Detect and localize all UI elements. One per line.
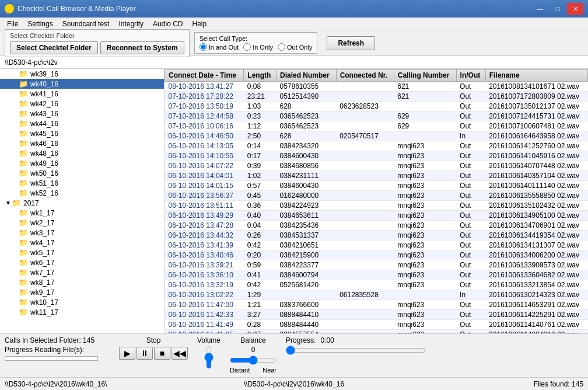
tree-item-wk40_16[interactable]: 📁wk40_16 [0,79,164,89]
calls-label-text: Calls In Selected Folder: 145 [5,336,94,344]
radio-inonly[interactable]: In Only [243,43,273,51]
prev-button[interactable]: ◀◀ [172,347,188,360]
menu-audiocd[interactable]: Audio CD [148,19,187,29]
reconnect-button[interactable]: Reconnect to System [100,41,184,54]
tree-item-wk41_16[interactable]: 📁wk41_16 [0,89,164,99]
volume-slider[interactable] [203,346,215,369]
tree-item-wk4_17[interactable]: 📁wk4_17 [0,238,164,248]
table-row[interactable]: 07-10-2016 10:06:161:120365462523629Out2… [165,121,588,131]
stop-button[interactable]: ■ [154,347,170,360]
tree-item-label: wk9_17 [30,288,54,297]
table-cell-in/out: Out [456,151,485,161]
table-row[interactable]: 06-10-2016 13:47:280:040384235436mnqi623… [165,221,588,231]
menu-soundcard[interactable]: Soundcard test [58,19,114,29]
table-cell-connectednr. [336,161,394,171]
tree-item-wk50_16[interactable]: 📁wk50_16 [0,168,164,178]
table-row[interactable]: 06-10-2016 13:39:210:590384223377mnqi623… [165,260,588,270]
table-cell-length: 0:40 [244,211,276,221]
pause-button[interactable]: ⏸ [136,347,153,360]
table-cell-length: 0:45 [244,191,276,201]
select-folder-button[interactable]: Select Checktel Folder [10,41,98,54]
table-cell-in/out: Out [456,280,485,290]
tree-item-wk9_17[interactable]: 📁wk9_17 [0,287,164,297]
table-row[interactable]: 06-10-2016 14:01:150:570384600430mnqi623… [165,181,588,191]
tree-item-wk5_17[interactable]: 📁wk5_17 [0,248,164,257]
table-row[interactable]: 06-10-2016 13:32:190:420525681420mnqi623… [165,280,588,290]
table-cell-filename: 20161006133604682 02.wav [485,270,587,280]
table-cell-dialednumber: 0384215900 [276,250,337,260]
table-row[interactable]: 06-10-2016 13:51:110:360384224923mnqi623… [165,201,588,211]
window-controls: — □ ✕ [532,3,583,15]
table-row[interactable]: 06-10-2016 13:49:290:400384653611mnqi623… [165,211,588,221]
table-row[interactable]: 06-10-2016 11:42:333:270888484410mnqi623… [165,310,588,320]
refresh-button[interactable]: Refresh [327,36,375,50]
table-row[interactable]: 06-10-2016 14:13:050:140384234320mnqi623… [165,141,588,151]
table-row[interactable]: 06-10-2016 11:47:001:210383766600mnqi623… [165,300,588,310]
table-row[interactable]: 06-10-2016 14:46:502:506280205470517In20… [165,131,588,141]
folder-icon: 📁 [19,69,28,78]
tree-item-wk11_17[interactable]: 📁wk11_17 [0,307,164,317]
menu-integrity[interactable]: Integrity [114,19,148,29]
tree-item-wk45_16[interactable]: 📁wk45_16 [0,128,164,138]
minimize-button[interactable]: — [532,3,548,15]
table-row[interactable]: 06-10-2016 14:04:011:020384231111mnqi623… [165,171,588,181]
table-cell-in/out: Out [456,260,485,270]
radio-inout[interactable]: In and Out [200,43,239,51]
tree-item-wk10_17[interactable]: 📁wk10_17 [0,297,164,307]
table-row[interactable]: 07-10-2016 17:28:2223:210512514390621Out… [165,92,588,102]
table-row[interactable]: 06-10-2016 13:36:100:410384600794mnqi623… [165,270,588,280]
table-row[interactable]: 06-10-2016 11:41:490:280888484440mnqi623… [165,320,588,330]
table-row[interactable]: 06-10-2016 13:44:320:260384531337mnqi623… [165,231,588,241]
table-cell-filename: 20161006114225291 02.wav [485,310,587,320]
menu-file[interactable]: File [2,19,23,29]
tree-item-wk44_16[interactable]: 📁wk44_16 [0,119,164,128]
tree-item-wk52_16[interactable]: 📁wk52_16 [0,188,164,198]
tree-item-wk7_17[interactable]: 📁wk7_17 [0,267,164,277]
tree-item-wk39_16[interactable]: 📁wk39_16 [0,69,164,79]
tree-item-wk48_16[interactable]: 📁wk48_16 [0,148,164,158]
tree-item-wk43_16[interactable]: 📁wk43_16 [0,109,164,119]
tree-item-label: wk39_16 [30,70,58,78]
maximize-button[interactable]: □ [550,3,566,15]
table-row[interactable]: 06-10-2016 13:41:390:420384210651mnqi623… [165,241,588,250]
table-row[interactable]: 06-10-2016 13:02:221:290612835528In20161… [165,290,588,300]
play-button[interactable]: ▶ [119,347,135,360]
table-cell-in/out: Out [456,141,485,151]
table-row[interactable]: 07-10-2016 12:44:580:230365462523629Out2… [165,112,588,121]
table-row[interactable]: 06-10-2016 14:07:220:390384680856mnqi623… [165,161,588,171]
table-row[interactable]: 06-10-2016 11:41:050:270384557554mnqi623… [165,330,588,334]
table-row[interactable]: 08-10-2016 13:41:270:080578610355621Out2… [165,82,588,92]
table-row[interactable]: 06-10-2016 13:56:370:450162480000mnqi623… [165,191,588,201]
tree-item-wk1_17[interactable]: 📁wk1_17 [0,208,164,218]
close-button[interactable]: ✕ [567,3,583,15]
table-cell-connectdate-time: 06-10-2016 13:36:10 [165,270,244,280]
tree-item-wk51_16[interactable]: 📁wk51_16 [0,178,164,188]
tree-item-wk2_17[interactable]: 📁wk2_17 [0,218,164,228]
tree-item-wk42_16[interactable]: 📁wk42_16 [0,99,164,109]
table-cell-dialednumber: 0888484410 [276,310,337,320]
playback-progress-slider[interactable] [286,346,426,355]
menu-settings[interactable]: Settings [23,19,57,29]
tree-item-wk46_16[interactable]: 📁wk46_16 [0,138,164,148]
tree-item-label: wk43_16 [30,110,58,118]
tree-item-label: wk7_17 [30,269,54,277]
tree-item-wk8_17[interactable]: 📁wk8_17 [0,277,164,287]
table-cell-dialednumber [276,290,337,300]
table-row[interactable]: 07-10-2016 13:50:191:036280623628523Out2… [165,102,588,112]
tree-item-2017[interactable]: ▼📁2017 [0,198,164,208]
tree-item-wk6_17[interactable]: 📁wk6_17 [0,257,164,267]
progress-time-row: Progress: 0:00 [286,336,334,344]
bottom-bar: \\D530-4-pc\c\i2v\2016\wk40_16\ \\D530-4… [0,377,588,390]
table-row[interactable]: 06-10-2016 14:10:550:170384600430mnqi623… [165,151,588,161]
menu-help[interactable]: Help [187,19,211,29]
radio-outonly[interactable]: Out Only [278,43,312,51]
balance-slider[interactable] [230,355,276,365]
table-cell-callingnumber: mnqi623 [394,241,456,250]
tree-item-label: wk1_17 [30,209,54,217]
tree-item-wk49_16[interactable]: 📁wk49_16 [0,158,164,168]
table-cell-connectednr. [336,310,394,320]
table-cell-callingnumber: mnqi623 [394,141,456,151]
tree-item-wk3_17[interactable]: 📁wk3_17 [0,228,164,238]
table-row[interactable]: 06-10-2016 13:40:460:200384215900mnqi623… [165,250,588,260]
table-cell-length: 0:14 [244,141,276,151]
